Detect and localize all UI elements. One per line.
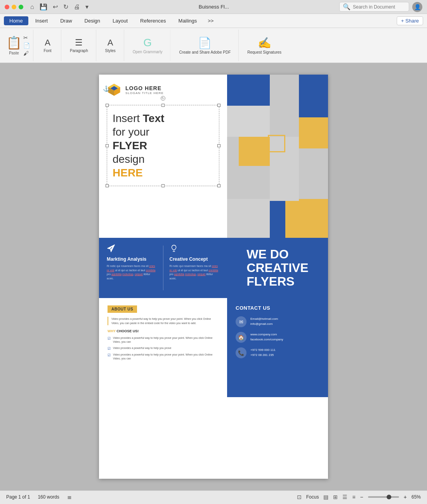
we-do-line2: CREATIVE — [246, 261, 308, 275]
handle-ml[interactable] — [106, 144, 109, 147]
menu-item-mailings[interactable]: Mailings — [173, 16, 203, 25]
status-bar-right: ⊡ Focus ▤ ⊞ ☰ ≡ − + 65% — [297, 494, 421, 500]
menu-more[interactable]: >> — [204, 16, 217, 25]
maximize-button[interactable] — [19, 5, 23, 9]
signatures-icon: ✍ — [258, 37, 271, 49]
checklist-item-1: ☑ Video provides a powerful way to help … — [108, 336, 219, 344]
middle-divider — [163, 246, 163, 290]
marketing-title: Markting Analysis — [107, 256, 157, 262]
zoom-slider[interactable] — [368, 496, 399, 498]
paste-button[interactable]: 📋 Paste — [6, 35, 22, 55]
logo-text: LOGO HERE SLOGAN TITLE HERE — [125, 85, 164, 95]
handle-tl[interactable] — [106, 104, 109, 107]
creative-title: Creative Concept — [170, 256, 220, 262]
insert-line2: for your — [113, 126, 149, 138]
insert-here: HERE — [113, 167, 143, 179]
focus-icon[interactable]: ⊡ — [297, 494, 302, 500]
email-details: Email@hotmail.com info@gmail.com — [250, 317, 278, 327]
menu-item-insert[interactable]: Insert — [30, 16, 54, 25]
menu-item-layout[interactable]: Layout — [107, 16, 133, 25]
status-bar: Page 1 of 1 160 words ≣ ⊡ Focus ▤ ⊞ ☰ ≡ … — [0, 490, 427, 503]
contact-phone: 📞 +972 599 000 111 +972 08 281 235 — [236, 347, 319, 358]
close-button[interactable] — [5, 5, 9, 9]
home-icon[interactable]: ⌂ — [30, 3, 34, 10]
main-area: ⚓ LOGO HERE SLOGAN TITLE HERE — [0, 63, 427, 490]
menu-item-home[interactable]: Home — [4, 16, 28, 25]
flyer-bottom-left: ABOUT US Video provides a powerful way t… — [99, 298, 227, 397]
contact-email: ✉ Email@hotmail.com info@gmail.com — [236, 316, 319, 327]
why-choose-heading: WHY CHOOSE US! — [108, 329, 219, 333]
title-bar: ⌂ 💾 ↩ ↻ 🖨 ▾ Buisness Fl... 🔍 👤 — [0, 0, 427, 14]
document-title: Buisness Fl... — [199, 4, 229, 10]
zoom-thumb[interactable] — [387, 495, 391, 499]
paragraph-label: Paragraph — [70, 49, 88, 53]
flyer-middle: Markting Analysis Ri notic qui rosamram … — [99, 238, 328, 298]
font-button[interactable]: A Font — [40, 36, 54, 54]
email2: info@gmail.com — [250, 322, 278, 327]
save-icon[interactable]: 💾 — [40, 3, 47, 10]
minimize-button[interactable] — [12, 5, 16, 9]
adobe-button[interactable]: 📄 Create and Share Adobe PDF — [176, 35, 234, 56]
format-painter-icon[interactable]: 🖌 — [23, 50, 30, 56]
undo-icon[interactable]: ↩ — [53, 3, 58, 10]
geo-blue-top-left — [227, 75, 270, 106]
handle-mr[interactable] — [217, 144, 220, 147]
menu-item-draw[interactable]: Draw — [55, 16, 77, 25]
more-icon[interactable]: ▾ — [85, 3, 89, 10]
view2-icon[interactable]: ⊞ — [333, 494, 338, 500]
website-icon: 🏠 — [236, 332, 246, 343]
text-box[interactable]: ↻ Insert Text for your FLYER design HERE — [107, 105, 219, 186]
flyer-top: ⚓ LOGO HERE SLOGAN TITLE HERE — [99, 75, 328, 238]
search-box[interactable]: 🔍 — [339, 2, 409, 12]
insert-text: Insert Text for your FLYER design HERE — [113, 112, 214, 180]
signatures-button[interactable]: ✍ Request Signatures — [244, 35, 285, 56]
align-icon[interactable]: ≡ — [352, 494, 355, 500]
flyer-right — [227, 75, 328, 238]
rotate-handle[interactable]: ↻ — [161, 96, 165, 101]
check-text-2: Video provides a powerful way to help yo… — [113, 346, 171, 350]
phone2: +972 08 281 235 — [250, 353, 276, 358]
email1: Email@hotmail.com — [250, 317, 278, 322]
website2: facebook.com/company — [250, 337, 283, 342]
handle-bl[interactable] — [106, 184, 109, 187]
cut-icon[interactable]: ✂ — [23, 35, 30, 41]
copy-icon[interactable]: 📄 — [23, 42, 30, 49]
styles-label: Styles — [105, 49, 116, 53]
handle-bm[interactable] — [161, 184, 165, 187]
creative-text-content: Ri notic qui rosamram faces ma sit ones … — [170, 265, 218, 280]
grammarly-button[interactable]: G Open Grammarly — [130, 35, 166, 56]
email-icon: ✉ — [236, 316, 246, 327]
paragraph-icon: ☰ — [75, 38, 83, 48]
geo-outline-yellow — [268, 135, 285, 152]
user-avatar[interactable]: 👤 — [412, 2, 422, 12]
paste-group: 📋 Paste ✂ 📄 🖌 — [3, 30, 33, 61]
share-button[interactable]: + Share — [397, 16, 423, 25]
list-view-icon[interactable]: ☰ — [342, 494, 347, 500]
spell-check-icon[interactable]: ≣ — [67, 494, 72, 500]
handle-tr[interactable] — [217, 104, 220, 107]
choose-label: CHOOSE US! — [116, 329, 139, 333]
ribbon: 📋 Paste ✂ 📄 🖌 A Font ☰ Paragraph A Style… — [0, 28, 427, 63]
paragraph-button[interactable]: ☰ Paragraph — [67, 36, 91, 54]
geo-yellow-small — [239, 137, 270, 166]
contact-website: 🏠 www.company.com facebook.com/company — [236, 332, 319, 343]
menu-item-design[interactable]: Design — [79, 16, 106, 25]
check-text-3: Video provides a powerful way to help yo… — [113, 353, 219, 361]
view-icon[interactable]: ▤ — [323, 494, 328, 500]
grammarly-group: G Open Grammarly — [125, 30, 171, 61]
handle-br[interactable] — [217, 184, 220, 187]
creative-text: Ri notic qui rosamram faces ma sit ones … — [170, 264, 220, 281]
print-icon[interactable]: 🖨 — [74, 3, 80, 10]
zoom-minus[interactable]: − — [360, 494, 363, 500]
focus-label[interactable]: Focus — [306, 494, 319, 500]
creative-icon — [170, 244, 220, 255]
menu-item-references[interactable]: References — [135, 16, 171, 25]
check-icon-2: ☑ — [108, 347, 111, 351]
zoom-plus[interactable]: + — [404, 494, 407, 500]
handle-tm[interactable] — [161, 104, 165, 107]
redo-icon[interactable]: ↻ — [63, 3, 68, 10]
checklist-item-3: ☑ Video provides a powerful way to help … — [108, 353, 219, 361]
styles-button[interactable]: A Styles — [102, 36, 119, 54]
signatures-label: Request Signatures — [247, 50, 281, 54]
search-input[interactable] — [353, 4, 403, 10]
